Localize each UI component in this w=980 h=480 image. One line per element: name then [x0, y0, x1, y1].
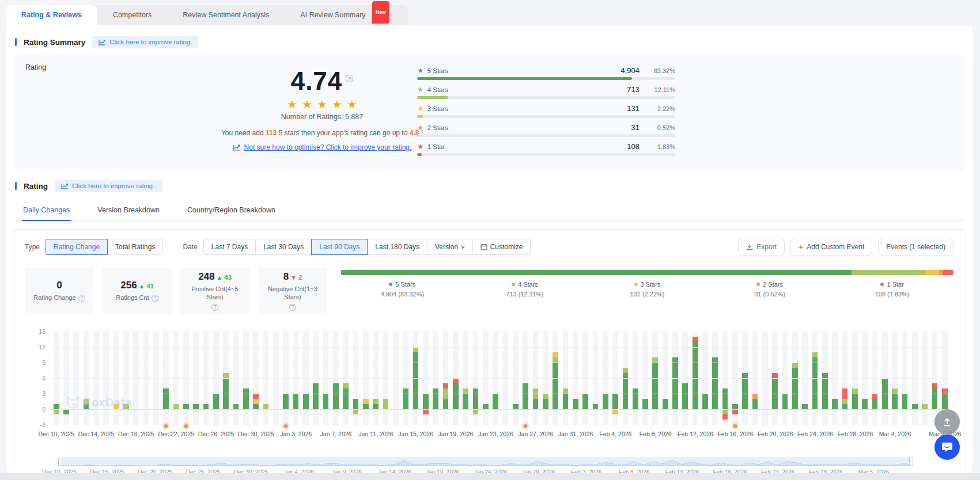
chart-gridline: [51, 394, 950, 394]
export-label: Export: [756, 243, 777, 251]
date-last-7-days-button[interactable]: Last 7 Days: [203, 239, 256, 255]
distribution-legend-value: 4,904 (83.32%): [341, 291, 464, 298]
chart-bar-segment: [942, 394, 948, 409]
distribution-legend-item[interactable]: 1 Star108 (1.83%): [831, 281, 953, 298]
chart-bar-segment: [792, 368, 798, 409]
add-custom-event-button[interactable]: + Add Custom Event: [790, 238, 872, 256]
distribution-legend-item[interactable]: 4 Stars713 (12.11%): [464, 281, 587, 298]
rating-summary-panel: Rating 4.74 ? ★★★★★ Number of Ratings: 5…: [14, 55, 964, 170]
chart-bar-segment: [603, 394, 608, 409]
date-last-180-days-button[interactable]: Last 180 Days: [367, 239, 427, 255]
chart-bar-segment: [553, 363, 558, 409]
tab-rating-reviews[interactable]: Rating & Reviews: [6, 5, 97, 25]
custom-event-marker[interactable]: [184, 424, 188, 428]
rating-help-icon[interactable]: ?: [346, 75, 353, 82]
tab-ai-review-summary[interactable]: AI Review Summary New: [285, 5, 381, 25]
export-button[interactable]: Export: [738, 238, 785, 256]
new-badge: New: [372, 1, 389, 24]
help-icon[interactable]: ?: [289, 304, 296, 311]
customize-date-button[interactable]: Customize: [472, 239, 531, 255]
chart-bar-segment: [383, 399, 389, 409]
x-axis-tick-label: Dec 18, 2025: [118, 431, 154, 437]
date-last-30-days-button[interactable]: Last 30 Days: [255, 239, 312, 255]
distribution-legend-item[interactable]: 5 Stars4,904 (83.32%): [341, 281, 464, 298]
help-icon[interactable]: ?: [152, 295, 158, 302]
star-breakdown-row: ★3 Stars1312.22%: [417, 104, 675, 118]
tab-review-sentiment-analysis[interactable]: Review Sentiment Analysis: [167, 5, 285, 25]
stat-value-row: 0: [56, 280, 62, 291]
stat-label: Negative Cnt(1~3 Stars)?: [262, 285, 324, 311]
chart-bar-segment: [363, 404, 369, 409]
version-label: Version: [435, 243, 458, 251]
back-to-top-upload-button[interactable]: [934, 409, 960, 435]
chart-bar-segment: [812, 357, 818, 409]
subtab-daily-changes[interactable]: Daily Changes: [22, 201, 71, 221]
distribution-legend-value: 131 (2.22%): [586, 291, 709, 298]
distribution-legend-item[interactable]: 3 Stars131 (2.22%): [586, 281, 709, 298]
chart-bar-segment: [772, 373, 778, 378]
tab-competitors[interactable]: Competitors: [97, 5, 167, 25]
custom-event-marker[interactable]: [524, 424, 528, 428]
chart-bar-segment: [543, 394, 548, 399]
stats-row: 0Rating Change?256▲ 41Ratings Cnt?248▲ 4…: [25, 268, 327, 314]
x-axis-tick-label: Mar 4, 2026: [879, 431, 911, 437]
x-axis-tick-label: Feb 8, 2026: [640, 431, 672, 437]
subtab-country-region-breakdown[interactable]: Country/Region Breakdown: [186, 201, 277, 220]
version-dropdown[interactable]: Version ∨: [427, 239, 473, 255]
star-breakdown-row: ★1 Star1081.83%: [417, 142, 675, 156]
star-breakdown-track: [417, 153, 675, 156]
chart-bar-segment: [892, 394, 898, 409]
tip-text: You need add: [221, 129, 266, 137]
chart-gridline: [51, 378, 950, 379]
add-custom-event-label: Add Custom Event: [807, 243, 864, 251]
improve-rating-link[interactable]: Not sure how to optimise? Click to impro…: [244, 143, 412, 151]
star-breakdown-percent: 12.11%: [640, 86, 675, 93]
x-axis-tick-label: Feb 16, 2026: [717, 431, 753, 437]
scrubber-right-handle[interactable]: [909, 458, 913, 466]
x-axis-tick-label: Feb 20, 2026: [758, 431, 793, 437]
subtab-version-breakdown[interactable]: Version Breakdown: [96, 201, 161, 220]
chart-bar-segment: [593, 404, 599, 409]
star-icon: ★: [417, 104, 424, 113]
type-rating-change-button[interactable]: Rating Change: [46, 239, 108, 255]
distribution-legend-item[interactable]: 2 Stars31 (0.52%): [709, 281, 831, 298]
chart-bar-segment: [922, 404, 928, 409]
chart-bar-segment: [443, 399, 449, 409]
help-icon[interactable]: ?: [211, 304, 218, 311]
date-last-90-days-button[interactable]: Last 90 Days: [311, 239, 368, 255]
delta-up: ▲ 43: [217, 274, 232, 281]
stat-label: Rating Change?: [33, 294, 85, 302]
custom-event-marker[interactable]: [733, 424, 737, 428]
custom-event-marker[interactable]: [284, 424, 288, 428]
chart-bar-segment: [623, 368, 629, 373]
chart-bar-segment: [463, 394, 468, 409]
distribution-segment: [943, 270, 953, 275]
chart-bar-segment: [702, 394, 708, 409]
distribution-legend: 5 Stars4,904 (83.32%)4 Stars713 (12.11%)…: [341, 281, 953, 298]
help-icon[interactable]: ?: [78, 295, 85, 302]
y-axis-tick-label: 0: [25, 406, 46, 413]
stat-value: 0: [56, 280, 62, 291]
chart-bar-segment: [433, 388, 438, 409]
distribution-legend-value: 713 (12.11%): [464, 291, 587, 298]
chart-bar-segment: [223, 373, 229, 378]
distribution-legend-label-row: 1 Star: [831, 281, 953, 288]
chart-bar-segment: [852, 388, 858, 394]
events-selected-button[interactable]: Events (1 selected): [878, 238, 953, 256]
scrubber-left-handle[interactable]: [58, 458, 62, 466]
custom-event-marker[interactable]: [164, 424, 168, 428]
chart-bar-segment: [54, 404, 59, 409]
improve-rating-button-top[interactable]: Click here to improve rating.: [92, 36, 198, 48]
improve-rating-button-bottom[interactable]: Click here to improve rating..: [55, 180, 162, 192]
chart-bar-segment: [752, 394, 758, 399]
chart-bar-segment: [633, 388, 638, 409]
tab-label: AI Review Summary: [300, 11, 365, 19]
type-total-ratings-button[interactable]: Total Ratings: [107, 239, 163, 255]
chart-bar-segment: [722, 409, 728, 414]
x-axis-tick-label: Feb 4, 2026: [599, 431, 631, 437]
star-breakdown-track: [417, 77, 675, 80]
star-breakdown-track: [417, 115, 675, 118]
chart-bar-segment: [373, 399, 379, 404]
chart-range-scrubber[interactable]: [59, 458, 912, 466]
chat-support-button[interactable]: [934, 435, 960, 460]
